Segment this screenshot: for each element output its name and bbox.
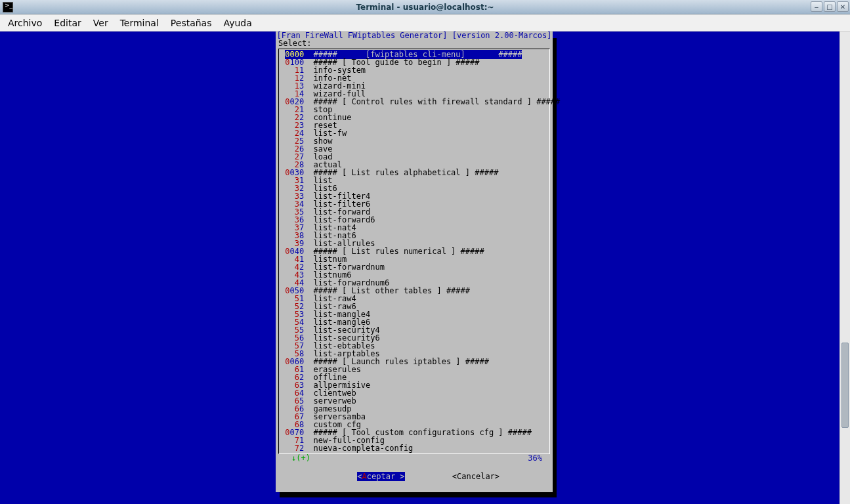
dialog-prompt: Select: <box>276 39 553 47</box>
window-titlebar: Terminal - usuario@localhost:~ ‒ □ ✕ <box>0 0 850 14</box>
menu-pestanas[interactable]: Pestañas <box>165 16 217 30</box>
close-button[interactable]: ✕ <box>837 1 849 12</box>
menu-terminal[interactable]: Terminal <box>115 16 164 30</box>
dialog-shadow-right <box>553 38 557 497</box>
scroll-percent: 36% <box>528 454 549 462</box>
menu-ver[interactable]: Ver <box>88 16 114 30</box>
accept-button[interactable]: <Aceptar > <box>357 472 404 481</box>
dialog-box: [Fran FireWall FWiptables Generator] [ve… <box>276 32 553 492</box>
cancel-button[interactable]: <Cancelar> <box>452 472 499 481</box>
scroll-indicator: ↓(+) <box>280 454 310 462</box>
scrollbar-thumb[interactable] <box>841 343 849 428</box>
dialog-scroll-status: ↓(+) 36% <box>276 454 553 462</box>
dialog-header: [Fran FireWall FWiptables Generator] [ve… <box>276 32 553 39</box>
menu-ayuda[interactable]: Ayuda <box>219 16 257 30</box>
minimize-button[interactable]: ‒ <box>811 1 822 12</box>
menubar: Archivo Editar Ver Terminal Pestañas Ayu… <box>0 14 850 32</box>
menu-item[interactable]: 72 nueva-completa-config <box>280 444 549 452</box>
window-title: Terminal - usuario@localhost:~ <box>0 3 850 12</box>
menu-archivo[interactable]: Archivo <box>3 16 47 30</box>
menu-editar[interactable]: Editar <box>49 16 86 30</box>
terminal-icon <box>3 2 13 12</box>
maximize-button[interactable]: □ <box>824 1 836 12</box>
terminal-scrollbar[interactable] <box>839 32 850 504</box>
window-buttons: ‒ □ ✕ <box>811 1 849 12</box>
terminal-viewport[interactable]: [Fran FireWall FWiptables Generator] [ve… <box>0 32 850 504</box>
dialog-buttons: <Aceptar > <Cancelar> <box>276 462 553 492</box>
dialog-menu-list[interactable]: 0000 ##### [fwiptables cli-menu] ##### 0… <box>278 49 550 454</box>
